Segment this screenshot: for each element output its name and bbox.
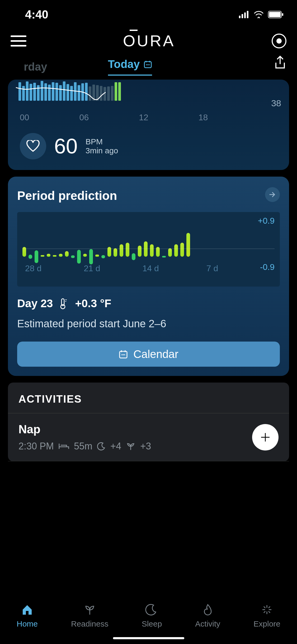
period-bar: [95, 255, 99, 257]
nav-readiness[interactable]: Readiness: [71, 603, 109, 628]
period-xtick: 21 d: [84, 264, 100, 273]
home-indicator: [113, 637, 184, 639]
hr-bar: [111, 86, 114, 101]
sprout-icon: [83, 603, 96, 616]
hr-bar: [30, 84, 32, 101]
period-estimate: Estimated period start June 2–6: [17, 318, 280, 330]
period-bar: [174, 244, 178, 257]
battery-icon: [268, 11, 284, 18]
calendar-icon: [144, 60, 152, 68]
hr-meta: BPM 3min ago: [86, 137, 118, 155]
target-button[interactable]: [272, 34, 286, 48]
period-bar: [47, 254, 50, 257]
hr-bar: [89, 86, 91, 101]
nav-explore[interactable]: Explore: [253, 603, 280, 628]
heart-rate-card[interactable]: 38 00 06 12 18 60 BPM 3min ago: [8, 80, 289, 170]
hr-bar: [59, 85, 62, 101]
hr-summary-row: 60 BPM 3min ago: [8, 122, 289, 159]
hr-unit: BPM: [86, 137, 118, 146]
period-xtick: 28 d: [25, 264, 41, 273]
tab-today-label: Today: [108, 58, 140, 71]
menu-button[interactable]: [11, 35, 26, 47]
activity-row[interactable]: Nap 2:30 PM 55m +4 +3: [8, 413, 289, 461]
hr-bar: [44, 83, 47, 101]
hr-xtick: 12: [139, 113, 148, 122]
period-bar: [180, 243, 184, 257]
status-time: 4:40: [25, 8, 48, 21]
period-prediction-card[interactable]: Period prediction +0.9 -0.9 28 d 21 d 14…: [8, 177, 289, 376]
hr-value: 60: [54, 134, 78, 158]
svg-rect-2: [244, 12, 246, 18]
home-icon: [21, 603, 34, 616]
svg-point-10: [149, 64, 150, 65]
tab-previous-day[interactable]: rday: [24, 61, 47, 73]
nav-activity[interactable]: Activity: [195, 603, 220, 628]
sparkle-icon: [260, 603, 274, 616]
period-bar: [132, 253, 135, 260]
period-bar: [89, 249, 93, 264]
cycle-day: Day 23: [17, 297, 53, 310]
wifi-icon: [253, 11, 264, 18]
hr-bar: [52, 82, 54, 101]
nav-label: Explore: [253, 619, 280, 628]
period-bar: [150, 244, 154, 257]
activities-header: ACTIVITIES: [8, 383, 289, 413]
add-activity-button[interactable]: [252, 424, 279, 450]
nav-label: Home: [17, 619, 38, 628]
period-bar: [53, 255, 56, 257]
svg-line-32: [264, 611, 265, 613]
period-bar: [59, 254, 63, 257]
status-icons: [239, 11, 284, 18]
period-bar: [83, 254, 87, 257]
hr-bar: [81, 83, 84, 101]
nav-label: Readiness: [71, 619, 109, 628]
period-xtick: 7 d: [206, 264, 218, 273]
activity-duration: 55m: [74, 441, 92, 452]
calendar-button[interactable]: Calendar: [17, 342, 280, 367]
svg-point-8: [146, 64, 147, 65]
nav-label: Activity: [195, 619, 220, 628]
activity-meta: 2:30 PM 55m +4 +3: [18, 441, 279, 452]
period-bar: [114, 248, 117, 257]
svg-rect-3: [247, 11, 248, 18]
svg-rect-5: [269, 12, 281, 17]
app-logo: OURA: [123, 32, 175, 50]
hr-bar: [48, 85, 51, 101]
date-tabs: rday Today: [0, 58, 297, 76]
period-bar: [138, 246, 142, 257]
nav-home[interactable]: Home: [17, 603, 38, 628]
activity-sleep-score-delta: +4: [110, 441, 121, 452]
hr-xaxis: 00 06 12 18: [8, 113, 289, 122]
moon-icon: [145, 603, 158, 616]
hr-timestamp: 3min ago: [86, 146, 118, 155]
tab-today[interactable]: Today: [108, 58, 152, 76]
hr-bar: [118, 82, 121, 101]
period-title: Period prediction: [17, 188, 280, 203]
period-bar: [41, 255, 44, 257]
hr-bar: [96, 85, 99, 101]
bed-icon: [59, 443, 69, 450]
hr-xtick: 18: [199, 113, 208, 122]
hr-bar: [18, 82, 21, 101]
hr-bar: [100, 86, 102, 101]
moon-icon: [97, 442, 106, 450]
period-bar: [29, 255, 32, 259]
period-bar: [35, 250, 38, 263]
svg-line-31: [268, 606, 270, 608]
svg-point-20: [124, 354, 125, 355]
activity-time: 2:30 PM: [18, 441, 54, 452]
nav-sleep[interactable]: Sleep: [142, 603, 162, 628]
status-bar: 4:40: [0, 0, 297, 26]
period-bar: [77, 250, 81, 264]
period-bar: [71, 255, 75, 258]
activity-readiness-delta: +3: [140, 441, 151, 452]
hr-bar: [26, 81, 29, 101]
hr-bar: [74, 82, 77, 101]
hr-bar: [67, 84, 69, 101]
chevron-right-icon[interactable]: [265, 187, 280, 202]
nav-label: Sleep: [142, 619, 162, 628]
share-button[interactable]: [274, 55, 286, 71]
period-day-row: Day 23 +0.3 °F: [17, 297, 280, 310]
period-xaxis: 28 d 21 d 14 d 7 d: [22, 264, 275, 273]
flame-icon: [201, 603, 214, 616]
